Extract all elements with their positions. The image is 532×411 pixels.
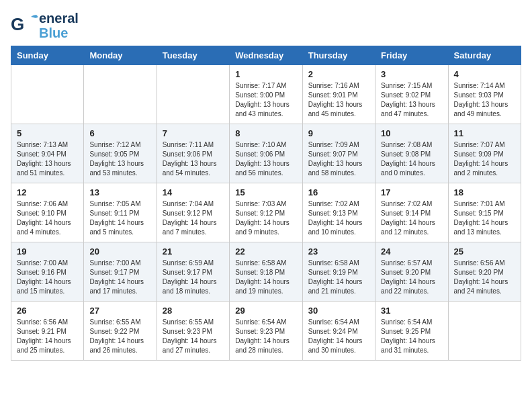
day-number: 1 [235,69,296,79]
day-info: Sunrise: 6:58 AMSunset: 9:18 PMDaylight:… [235,259,296,296]
day-number: 26 [17,306,78,316]
day-info: Sunrise: 7:15 AMSunset: 9:02 PMDaylight:… [381,81,442,119]
day-number: 24 [381,246,442,257]
day-number: 31 [381,306,442,316]
calendar-table: SundayMondayTuesdayWednesdayThursdayFrid… [11,46,521,361]
calendar-cell: 11Sunrise: 7:07 AMSunset: 9:09 PMDayligh… [448,124,521,183]
calendar-cell: 1Sunrise: 7:17 AMSunset: 9:00 PMDaylight… [230,65,302,124]
week-row-1: 1Sunrise: 7:17 AMSunset: 9:00 PMDaylight… [11,65,521,124]
day-info: Sunrise: 6:58 AMSunset: 9:19 PMDaylight:… [308,259,369,296]
day-number: 9 [308,128,369,138]
day-info: Sunrise: 7:16 AMSunset: 9:01 PMDaylight:… [308,81,369,119]
calendar-cell: 2Sunrise: 7:16 AMSunset: 9:01 PMDaylight… [302,65,375,124]
week-row-5: 26Sunrise: 6:56 AMSunset: 9:21 PMDayligh… [11,302,521,361]
day-number: 8 [235,128,296,138]
calendar-cell: 9Sunrise: 7:09 AMSunset: 9:07 PMDaylight… [302,124,375,183]
day-info: Sunrise: 7:11 AMSunset: 9:06 PMDaylight:… [163,140,224,178]
calendar-cell: 26Sunrise: 6:56 AMSunset: 9:21 PMDayligh… [11,302,84,361]
calendar-cell: 4Sunrise: 7:14 AMSunset: 9:03 PMDaylight… [448,65,521,124]
calendar-cell: 16Sunrise: 7:02 AMSunset: 9:13 PMDayligh… [302,183,375,242]
day-number: 7 [163,128,224,138]
calendar-cell: 24Sunrise: 6:57 AMSunset: 9:20 PMDayligh… [375,242,448,302]
calendar-cell: 28Sunrise: 6:55 AMSunset: 9:23 PMDayligh… [157,302,229,361]
calendar-cell: 6Sunrise: 7:12 AMSunset: 9:05 PMDaylight… [84,124,157,183]
day-number: 11 [454,128,515,138]
calendar-cell [448,302,521,361]
calendar-cell: 27Sunrise: 6:55 AMSunset: 9:22 PMDayligh… [84,302,157,361]
day-info: Sunrise: 6:54 AMSunset: 9:25 PMDaylight:… [381,318,442,355]
day-info: Sunrise: 6:55 AMSunset: 9:22 PMDaylight:… [89,318,150,355]
svg-text:G: G [11,14,24,34]
day-number: 16 [308,187,369,197]
day-info: Sunrise: 7:03 AMSunset: 9:12 PMDaylight:… [235,199,296,237]
day-info: Sunrise: 7:14 AMSunset: 9:03 PMDaylight:… [454,81,515,119]
day-number: 21 [163,246,224,257]
weekday-header-tuesday: Tuesday [157,46,229,65]
calendar-cell: 19Sunrise: 7:00 AMSunset: 9:16 PMDayligh… [11,242,84,302]
calendar-cell [11,65,84,124]
weekday-header-thursday: Thursday [302,46,375,65]
calendar-cell: 7Sunrise: 7:11 AMSunset: 9:06 PMDaylight… [157,124,229,183]
calendar-cell: 14Sunrise: 7:04 AMSunset: 9:12 PMDayligh… [157,183,229,242]
day-info: Sunrise: 7:02 AMSunset: 9:13 PMDaylight:… [308,199,369,237]
calendar-cell: 3Sunrise: 7:15 AMSunset: 9:02 PMDaylight… [375,65,448,124]
day-number: 17 [381,187,442,197]
day-number: 15 [235,187,296,197]
day-info: Sunrise: 7:08 AMSunset: 9:08 PMDaylight:… [381,140,442,178]
calendar-cell [84,65,157,124]
day-number: 6 [89,128,150,138]
calendar-cell: 25Sunrise: 6:56 AMSunset: 9:20 PMDayligh… [448,242,521,302]
day-info: Sunrise: 7:01 AMSunset: 9:15 PMDaylight:… [454,199,515,237]
calendar-cell: 12Sunrise: 7:06 AMSunset: 9:10 PMDayligh… [11,183,84,242]
day-info: Sunrise: 6:56 AMSunset: 9:20 PMDaylight:… [454,259,515,296]
day-info: Sunrise: 7:06 AMSunset: 9:10 PMDaylight:… [17,199,78,237]
day-info: Sunrise: 6:56 AMSunset: 9:21 PMDaylight:… [17,318,78,355]
day-number: 23 [308,246,369,257]
calendar-cell: 29Sunrise: 6:54 AMSunset: 9:23 PMDayligh… [230,302,302,361]
header: G eneral Blue [11,11,521,40]
calendar-cell: 13Sunrise: 7:05 AMSunset: 9:11 PMDayligh… [84,183,157,242]
week-row-2: 5Sunrise: 7:13 AMSunset: 9:04 PMDaylight… [11,124,521,183]
day-info: Sunrise: 6:54 AMSunset: 9:24 PMDaylight:… [308,318,369,355]
day-info: Sunrise: 6:57 AMSunset: 9:20 PMDaylight:… [381,259,442,296]
weekday-header-monday: Monday [84,46,157,65]
calendar-cell: 5Sunrise: 7:13 AMSunset: 9:04 PMDaylight… [11,124,84,183]
day-number: 5 [17,128,78,138]
week-row-4: 19Sunrise: 7:00 AMSunset: 9:16 PMDayligh… [11,242,521,302]
day-number: 27 [89,306,150,316]
day-info: Sunrise: 7:10 AMSunset: 9:06 PMDaylight:… [235,140,296,178]
day-info: Sunrise: 7:13 AMSunset: 9:04 PMDaylight:… [17,140,78,178]
day-info: Sunrise: 7:02 AMSunset: 9:14 PMDaylight:… [381,199,442,237]
day-number: 2 [308,69,369,79]
calendar-cell: 15Sunrise: 7:03 AMSunset: 9:12 PMDayligh… [230,183,302,242]
day-number: 25 [454,246,515,257]
day-number: 30 [308,306,369,316]
day-number: 13 [89,187,150,197]
calendar-cell: 8Sunrise: 7:10 AMSunset: 9:06 PMDaylight… [230,124,302,183]
day-number: 22 [235,246,296,257]
day-number: 18 [454,187,515,197]
day-info: Sunrise: 7:12 AMSunset: 9:05 PMDaylight:… [89,140,150,178]
day-info: Sunrise: 7:17 AMSunset: 9:00 PMDaylight:… [235,81,296,119]
calendar-cell: 20Sunrise: 7:00 AMSunset: 9:17 PMDayligh… [84,242,157,302]
day-number: 10 [381,128,442,138]
day-number: 14 [163,187,224,197]
day-number: 28 [163,306,224,316]
calendar-cell: 30Sunrise: 6:54 AMSunset: 9:24 PMDayligh… [302,302,375,361]
weekday-header-friday: Friday [375,46,448,65]
day-info: Sunrise: 7:00 AMSunset: 9:16 PMDaylight:… [17,259,78,296]
days-of-week-row: SundayMondayTuesdayWednesdayThursdayFrid… [11,46,521,65]
calendar-cell: 21Sunrise: 6:59 AMSunset: 9:17 PMDayligh… [157,242,229,302]
logo-svg: G [11,13,42,38]
day-info: Sunrise: 6:55 AMSunset: 9:23 PMDaylight:… [163,318,224,355]
calendar-cell [157,65,229,124]
day-info: Sunrise: 7:04 AMSunset: 9:12 PMDaylight:… [163,199,224,237]
calendar-cell: 10Sunrise: 7:08 AMSunset: 9:08 PMDayligh… [375,124,448,183]
logo: G eneral Blue [11,11,79,40]
day-number: 4 [454,69,515,79]
calendar-cell: 18Sunrise: 7:01 AMSunset: 9:15 PMDayligh… [448,183,521,242]
day-info: Sunrise: 6:59 AMSunset: 9:17 PMDaylight:… [163,259,224,296]
calendar-cell: 31Sunrise: 6:54 AMSunset: 9:25 PMDayligh… [375,302,448,361]
day-info: Sunrise: 7:05 AMSunset: 9:11 PMDaylight:… [89,199,150,237]
weekday-header-saturday: Saturday [448,46,521,65]
